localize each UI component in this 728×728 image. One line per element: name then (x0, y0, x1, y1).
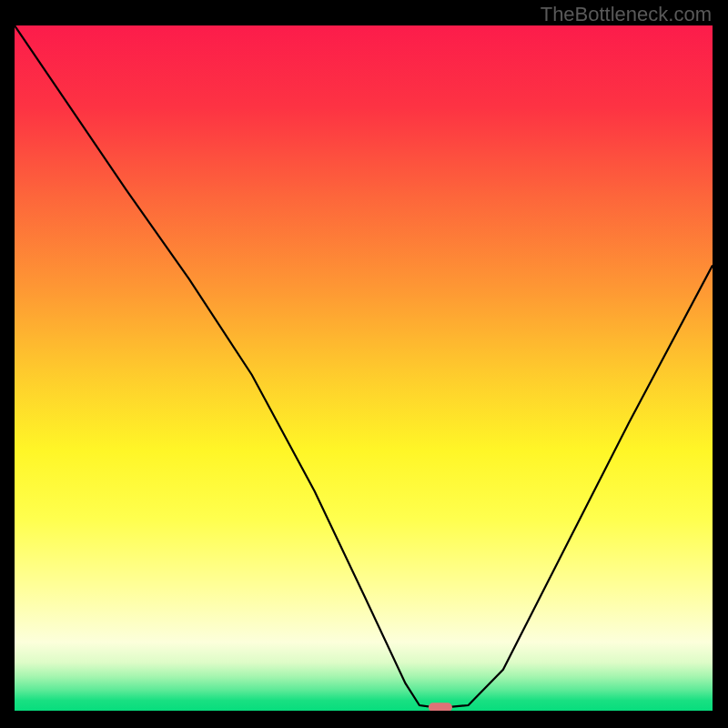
chart-area (15, 25, 713, 711)
chart-svg (15, 25, 713, 711)
optimal-marker (429, 703, 452, 711)
watermark-text: TheBottleneck.com (541, 3, 712, 26)
gradient-background (15, 25, 713, 711)
